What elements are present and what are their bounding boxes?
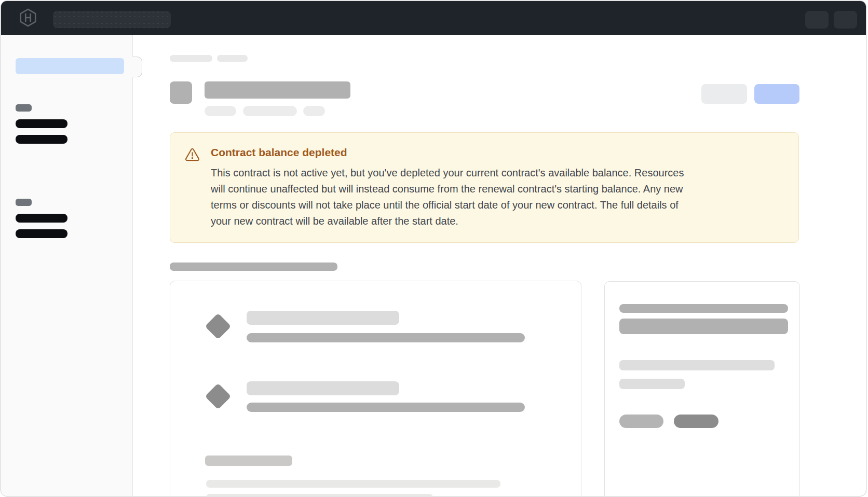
card-label-skeleton	[205, 455, 292, 466]
card-text-skeleton	[206, 480, 500, 488]
detail-heading-skeleton	[619, 304, 788, 313]
detail-text-skeleton	[619, 360, 775, 370]
alert-banner: Contract balance depleted This contract …	[170, 132, 799, 243]
alert-body: This contract is not active yet, but you…	[211, 165, 684, 229]
breadcrumb-item-skeleton	[217, 55, 248, 62]
page-icon-skeleton	[170, 81, 192, 104]
list-item-diamond-icon	[205, 313, 232, 340]
alert-title: Contract balance depleted	[211, 146, 684, 159]
list-item-title-skeleton	[247, 311, 399, 325]
main-content: Contract balance depleted This contract …	[1, 1, 866, 496]
list-item-subtitle-skeleton	[247, 333, 525, 342]
meta-pill-skeleton	[243, 106, 297, 116]
list-item-diamond-icon	[205, 383, 232, 410]
list-item-title-skeleton	[247, 381, 399, 395]
detail-heading-skeleton	[619, 319, 788, 334]
primary-button-skeleton[interactable]	[754, 84, 799, 104]
app-window: Contract balance depleted This contract …	[1, 1, 866, 496]
card-button-skeleton-1[interactable]	[619, 415, 663, 428]
meta-pill-skeleton	[303, 106, 325, 116]
section-heading-skeleton	[170, 263, 337, 271]
detail-card	[604, 281, 800, 496]
list-item-subtitle-skeleton	[247, 403, 525, 412]
page-title-skeleton	[205, 81, 350, 99]
card-text-skeleton	[206, 494, 433, 496]
detail-text-skeleton	[619, 379, 685, 389]
breadcrumb-item-skeleton	[170, 55, 212, 62]
secondary-button-skeleton[interactable]	[701, 84, 747, 104]
meta-pill-skeleton	[205, 106, 236, 116]
warning-triangle-icon	[184, 147, 200, 163]
card-button-skeleton-2[interactable]	[674, 415, 718, 428]
list-card	[170, 281, 581, 496]
alert-content: Contract balance depleted This contract …	[211, 146, 684, 229]
